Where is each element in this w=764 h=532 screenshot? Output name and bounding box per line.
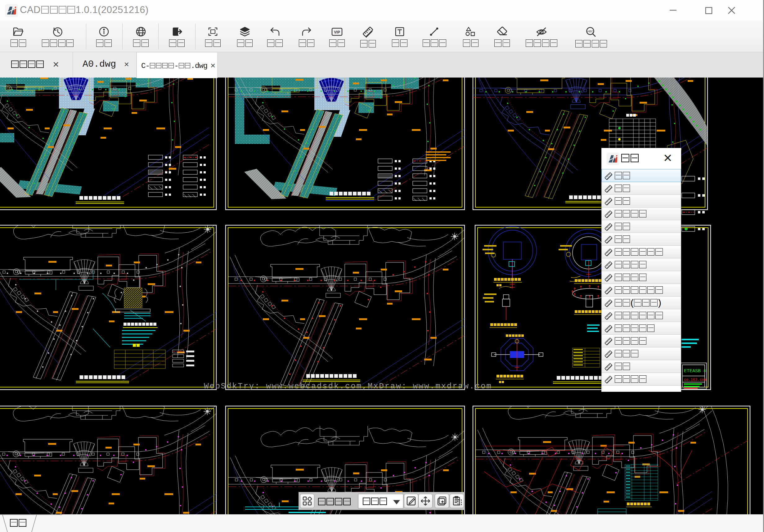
svg-text:ETEASB =: ETEASB = [684,369,706,374]
svg-text:VIP: VIP [334,30,340,34]
svg-text:co.163.com: co.163.com [684,378,706,382]
svg-text:ABC: ABC [587,30,593,33]
